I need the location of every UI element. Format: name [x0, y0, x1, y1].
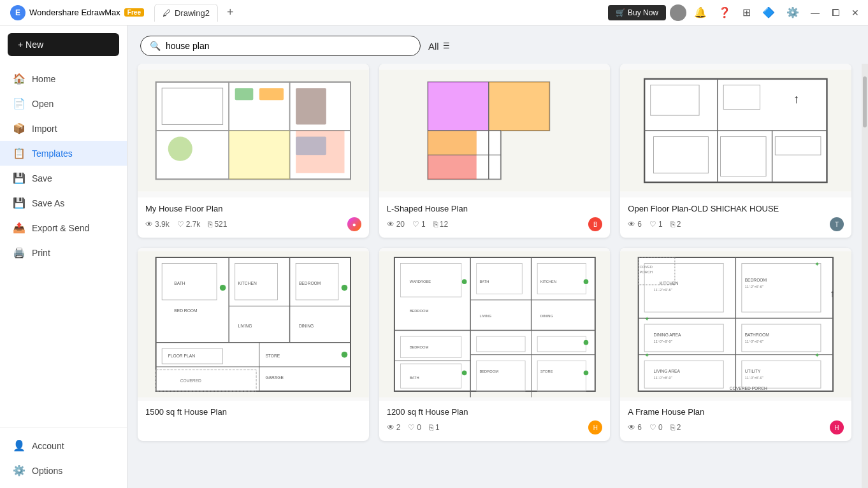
svg-rect-15 — [296, 131, 344, 173]
card-stats-1: 👁 3.9k ♡ 2.7k ⎘ 521 — [145, 217, 361, 231]
save-icon: 💾 — [13, 172, 25, 184]
likes-stat-5: ♡ 0 — [408, 423, 421, 432]
sidebar-item-import[interactable]: 📦 Import — [0, 116, 127, 141]
card-info-4: 1500 sq ft House Plan — [138, 401, 369, 427]
copy-icon-3: ⎘ — [670, 220, 675, 229]
template-card-5[interactable]: WARDROBE BEDROOM BATH KITCHEN LIVING DIN… — [379, 248, 611, 441]
svg-text:11'-0"×8'-0": 11'-0"×8'-0" — [654, 376, 672, 380]
free-badge: Free — [124, 8, 144, 17]
content-wrapper: My House Floor Plan 👁 3.9k ♡ 2.7k — [127, 64, 868, 488]
svg-rect-8 — [235, 88, 254, 100]
card-info-1: My House Floor Plan 👁 3.9k ♡ 2.7k — [138, 197, 369, 238]
svg-point-80 — [461, 279, 467, 284]
svg-text:GARAGE: GARAGE — [265, 375, 284, 380]
svg-text:BEDROOM: BEDROOM — [299, 281, 321, 285]
print-icon: 🖨️ — [13, 247, 25, 259]
eye-icon-2: 👁 — [387, 220, 394, 229]
close-button[interactable]: ✕ — [848, 6, 863, 19]
scrollbar-thumb[interactable] — [863, 76, 867, 127]
export-icon: 📤 — [13, 222, 25, 234]
svg-text:BEDROOM: BEDROOM — [409, 345, 428, 349]
svg-rect-21 — [428, 131, 476, 155]
svg-text:BATHROOM: BATHROOM — [745, 333, 769, 337]
card-stats-3: 👁 6 ♡ 1 ⎘ 2 — [628, 217, 844, 231]
svg-text:COVERED: COVERED — [180, 378, 201, 383]
sidebar-bottom: 👤 Account ⚙️ Options — [0, 427, 127, 488]
search-input[interactable] — [166, 41, 411, 51]
card-info-6: A Frame House Plan 👁 6 ♡ 0 — [620, 401, 851, 441]
card-title-2: L-Shaped House Plan — [387, 204, 603, 213]
sidebar-item-account[interactable]: 👤 Account — [0, 433, 127, 458]
notification-icon[interactable]: 🔔 — [690, 4, 711, 21]
sidebar-item-open[interactable]: 📄 Open — [0, 91, 127, 116]
svg-text:KITCHEN: KITCHEN — [238, 281, 256, 285]
all-filter-button[interactable]: All ☰ — [428, 41, 450, 52]
card-info-3: Open Floor Plan-OLD SHICHAK HOUSE 👁 6 ♡ … — [620, 197, 851, 238]
nav-items: 🏠 Home 📄 Open 📦 Import 📋 Templates 💾 Sav… — [0, 64, 127, 427]
card-stats-5: 👁 2 ♡ 0 ⎘ 1 — [387, 420, 603, 434]
tab-label: Drawing2 — [175, 8, 210, 18]
settings-icon[interactable]: ⚙️ — [783, 4, 803, 21]
svg-text:BEDROOM: BEDROOM — [745, 278, 767, 282]
buy-now-button[interactable]: 🛒 Buy Now — [608, 5, 666, 20]
new-button[interactable]: + New — [8, 33, 119, 56]
sidebar-item-print[interactable]: 🖨️ Print — [0, 240, 127, 265]
add-tab-button[interactable]: + — [223, 4, 238, 20]
views-stat-2: 👁 20 — [387, 220, 405, 229]
sidebar-label-open: Open — [32, 99, 54, 109]
svg-text:PORCH: PORCH — [640, 270, 653, 274]
heart-icon-1: ♡ — [177, 220, 184, 229]
template-card-3[interactable]: ↑ Open Floor Plan-OLD SHICHAK HOUSE 👁 6 — [620, 64, 851, 238]
svg-text:✦: ✦ — [815, 352, 820, 359]
card-title-4: 1500 sq ft House Plan — [145, 407, 361, 417]
sidebar-item-save-as[interactable]: 💾 Save As — [0, 190, 127, 215]
cart-icon: 🛒 — [616, 8, 625, 17]
maximize-button[interactable]: ⧠ — [827, 6, 844, 19]
active-tab[interactable]: 🖊 Drawing2 — [154, 4, 218, 22]
copies-stat-6: ⎘ 2 — [670, 423, 681, 432]
sidebar-item-export[interactable]: 📤 Export & Send — [0, 215, 127, 240]
svg-rect-18 — [428, 82, 488, 131]
copy-icon-5: ⎘ — [429, 423, 433, 432]
svg-text:11'-0"×6'-0": 11'-0"×6'-0" — [745, 376, 763, 380]
sidebar-label-templates: Templates — [32, 148, 73, 159]
card-stats-2: 👁 20 ♡ 1 ⎘ 12 — [387, 217, 603, 231]
shapes-icon[interactable]: 🔷 — [758, 4, 779, 21]
copies-stat-1: ⎘ 521 — [208, 220, 227, 229]
sidebar-item-templates[interactable]: 📋 Templates — [0, 141, 127, 166]
sidebar-label-home: Home — [32, 74, 55, 84]
sidebar-label-print: Print — [32, 248, 50, 258]
help-icon[interactable]: ❓ — [714, 4, 735, 21]
heart-icon-6: ♡ — [649, 423, 656, 432]
card-title-6: A Frame House Plan — [628, 407, 844, 417]
svg-point-12 — [168, 137, 192, 161]
copies-stat-5: ⎘ 1 — [429, 423, 440, 432]
template-card-2[interactable]: L-Shaped House Plan 👁 20 ♡ 1 — [379, 64, 611, 238]
template-card-6[interactable]: KITCHEN 11'-3"×9'-6" BEDROOM 11'-2"×6'-6… — [620, 248, 851, 441]
template-card-1[interactable]: My House Floor Plan 👁 3.9k ♡ 2.7k — [138, 64, 369, 238]
template-grid: My House Floor Plan 👁 3.9k ♡ 2.7k — [127, 64, 862, 488]
sidebar-item-save[interactable]: 💾 Save — [0, 166, 127, 190]
likes-stat-2: ♡ 1 — [412, 220, 426, 229]
sidebar-item-options[interactable]: ⚙️ Options — [0, 458, 127, 483]
svg-text:BATH: BATH — [409, 376, 419, 380]
views-stat-3: 👁 6 — [628, 220, 642, 229]
views-stat-1: 👁 3.9k — [145, 220, 170, 229]
template-card-4[interactable]: BATH BED ROOM KITCHEN BEDROOM LIVING DIN… — [138, 248, 369, 441]
likes-stat-3: ♡ 1 — [649, 220, 663, 229]
copy-icon-6: ⎘ — [670, 423, 675, 432]
svg-point-50 — [342, 352, 348, 358]
card-title-1: My House Floor Plan — [145, 204, 361, 213]
svg-text:DINING: DINING — [299, 324, 314, 328]
grid-icon[interactable]: ⊞ — [739, 4, 755, 21]
scrollbar-track[interactable] — [862, 64, 868, 488]
svg-text:STORE: STORE — [540, 370, 553, 373]
minimize-button[interactable]: — — [807, 6, 823, 19]
svg-text:↑: ↑ — [830, 288, 835, 299]
svg-text:BEDROOM: BEDROOM — [479, 370, 498, 373]
svg-text:LIVING: LIVING — [479, 314, 491, 318]
sidebar-item-home[interactable]: 🏠 Home — [0, 66, 127, 91]
svg-text:COVED: COVED — [640, 265, 653, 269]
svg-text:DINING: DINING — [540, 314, 554, 318]
svg-text:11'-0"×9'-0": 11'-0"×9'-0" — [654, 340, 672, 343]
